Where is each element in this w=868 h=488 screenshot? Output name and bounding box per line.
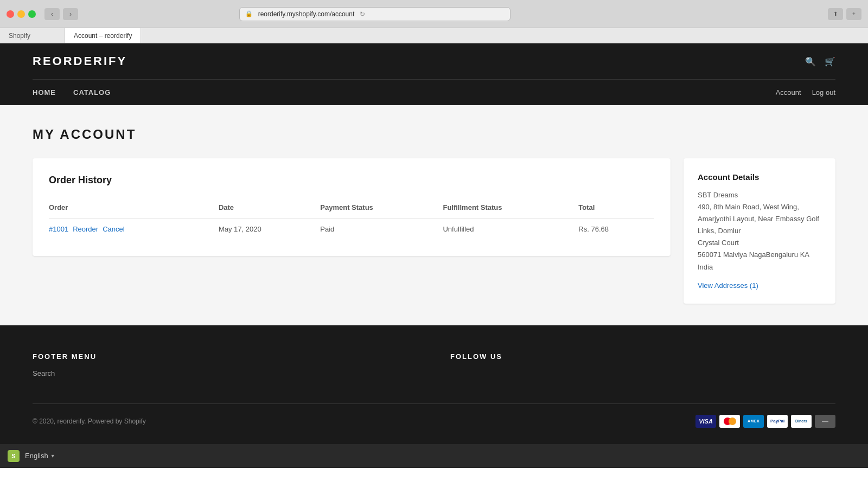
nav-account[interactable]: Account xyxy=(776,88,801,97)
footer-copyright: © 2020, reorderify. Powered by Shopify xyxy=(33,418,146,425)
action-buttons: ⬆ + xyxy=(828,8,861,20)
window-controls xyxy=(7,10,36,18)
col-payment: Payment Status xyxy=(320,199,443,219)
maximize-btn[interactable] xyxy=(28,10,36,18)
order-table: Order Date Payment Status Fulfillment St… xyxy=(49,199,654,240)
search-icon[interactable]: 🔍 xyxy=(805,56,816,67)
nav-buttons: ‹ › xyxy=(44,8,78,20)
browser-chrome: ‹ › 🔒 reorderify.myshopify.com/account ↻… xyxy=(0,0,868,28)
nav-home[interactable]: HOME xyxy=(33,88,56,97)
order-cell: #1001 Reorder Cancel xyxy=(49,219,219,240)
header-icons: 🔍 🛒 xyxy=(805,56,835,67)
tab-account[interactable]: Account – reorderify xyxy=(65,28,141,43)
order-history-title: Order History xyxy=(49,175,654,186)
address-line-4: 560071 Malviya NagaBengaluru KA xyxy=(698,249,821,261)
url-text: reorderify.myshopify.com/account xyxy=(258,10,355,18)
payment-icons: VISA AMEX PayPal Diners — xyxy=(695,415,835,428)
account-details-card: Account Details SBT Dreams 490, 8th Main… xyxy=(684,158,835,304)
address-line-0: 490, 8th Main Road, West Wing, xyxy=(698,201,821,213)
order-fulfillment-status: Unfulfilled xyxy=(443,219,578,240)
footer-search-link[interactable]: Search xyxy=(33,369,418,377)
tab-shopify[interactable]: Shopify xyxy=(0,28,65,43)
site-footer: FOOTER MENU Search FOLLOW US © 2020, reo… xyxy=(0,325,868,444)
tab-bar: Shopify Account – reorderify xyxy=(0,28,868,43)
mastercard-icon xyxy=(719,415,740,428)
visa-icon: VISA xyxy=(695,415,716,428)
share-button[interactable]: ⬆ xyxy=(828,8,843,20)
language-bar: S English ▼ xyxy=(0,444,868,468)
nav-catalog[interactable]: CATALOG xyxy=(73,88,111,97)
footer-bottom: © 2020, reorderify. Powered by Shopify V… xyxy=(33,403,835,428)
address-line-3: Crystal Court xyxy=(698,237,821,249)
view-addresses-link[interactable]: View Addresses (1) xyxy=(698,281,758,290)
footer-menu-heading: FOOTER MENU xyxy=(33,352,418,361)
language-label: English xyxy=(25,452,48,460)
close-btn[interactable] xyxy=(7,10,14,18)
bookmark-button[interactable]: + xyxy=(846,8,861,20)
nav-left: HOME CATALOG xyxy=(33,80,111,97)
account-details-title: Account Details xyxy=(698,172,821,182)
back-button[interactable]: ‹ xyxy=(44,8,60,20)
account-grid: Order History Order Date Payment Status … xyxy=(33,158,835,304)
address-line-2: Links, Domlur xyxy=(698,225,821,237)
forward-button[interactable]: › xyxy=(63,8,78,20)
site-nav: HOME CATALOG Account Log out xyxy=(33,79,835,105)
order-number-link[interactable]: #1001 xyxy=(49,225,68,233)
site-logo[interactable]: REORDERIFY xyxy=(33,54,127,68)
col-order: Order xyxy=(49,199,219,219)
reorder-link[interactable]: Reorder xyxy=(73,225,98,233)
col-total: Total xyxy=(578,199,654,219)
chevron-down-icon: ▼ xyxy=(50,453,55,459)
page-title: MY ACCOUNT xyxy=(33,127,835,142)
generic-payment-icon: — xyxy=(815,415,835,428)
account-name: SBT Dreams xyxy=(698,189,821,201)
header-top: REORDERIFY 🔍 🛒 xyxy=(33,43,835,79)
shopify-logo: S xyxy=(8,450,20,462)
main-content: MY ACCOUNT Order History Order Date Paym… xyxy=(0,105,868,325)
nav-logout[interactable]: Log out xyxy=(812,88,835,97)
order-total: Rs. 76.68 xyxy=(578,219,654,240)
amex-icon: AMEX xyxy=(743,415,764,428)
url-bar[interactable]: 🔒 reorderify.myshopify.com/account ↻ xyxy=(239,7,510,21)
cancel-link[interactable]: Cancel xyxy=(103,225,124,233)
footer-follow-heading: FOLLOW US xyxy=(450,352,835,361)
address-line-1: Amarjyothi Layout, Near Embassy Golf xyxy=(698,213,821,225)
address-line-5: India xyxy=(698,261,821,273)
table-row: #1001 Reorder Cancel May 17, 2020 Paid U… xyxy=(49,219,654,240)
site-header: REORDERIFY 🔍 🛒 HOME CATALOG Account Log … xyxy=(0,43,868,105)
minimize-btn[interactable] xyxy=(17,10,25,18)
lock-icon: 🔒 xyxy=(245,10,253,17)
footer-follow-section: FOLLOW US xyxy=(450,352,835,382)
col-date: Date xyxy=(219,199,320,219)
order-actions: #1001 Reorder Cancel xyxy=(49,225,212,233)
order-history-card: Order History Order Date Payment Status … xyxy=(33,158,671,256)
footer-menu-section: FOOTER MENU Search xyxy=(33,352,418,382)
cart-icon[interactable]: 🛒 xyxy=(825,56,835,67)
reload-icon[interactable]: ↻ xyxy=(360,10,365,18)
order-date: May 17, 2020 xyxy=(219,219,320,240)
paypal-icon: PayPal xyxy=(767,415,788,428)
nav-right: Account Log out xyxy=(776,80,835,97)
footer-grid: FOOTER MENU Search FOLLOW US xyxy=(33,352,835,382)
language-selector[interactable]: English ▼ xyxy=(25,452,55,460)
account-address: SBT Dreams 490, 8th Main Road, West Wing… xyxy=(698,189,821,273)
col-fulfillment: Fulfillment Status xyxy=(443,199,578,219)
diners-icon: Diners xyxy=(791,415,812,428)
order-payment-status: Paid xyxy=(320,219,443,240)
